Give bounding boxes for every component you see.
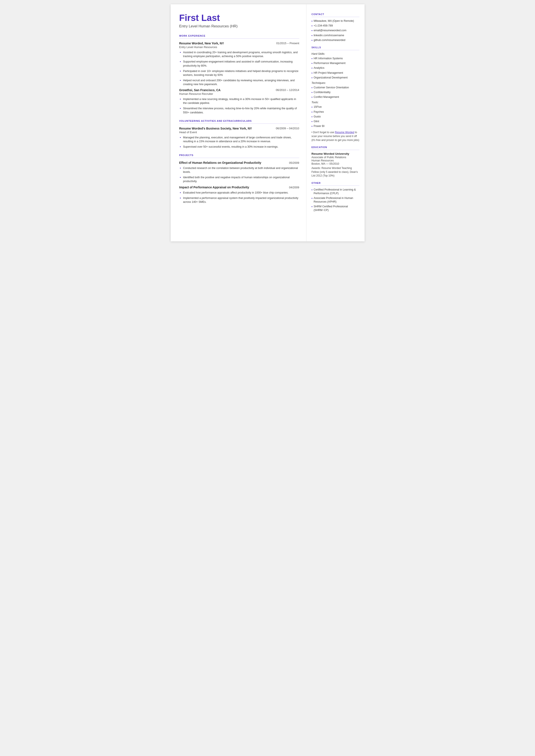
skill-tool-3: • Gusto [312,115,359,119]
job-1-bullet-2: Supported employee engagement initiative… [183,59,299,68]
volunteer-1-org: Resume Worded's Business Society, New Yo… [179,127,252,130]
project-2-bullet-2: Implemented a performance appraisal syst… [183,196,299,204]
skill-dot-h4: • [312,71,313,75]
contact-dot-3: • [312,29,313,33]
skill-tool-1: • 15Five [312,105,359,109]
work-experience-label: WORK EXPERIENCE [179,35,299,37]
other-item-2: • Associate Professional in Human Resour… [312,196,359,204]
contact-divider [312,17,359,17]
skill-hard-4: • HR Project Management [312,71,359,75]
project-2-date: 04/2009 [289,186,299,189]
job-1-bullet-1: Assisted in coordinating 20+ training an… [183,50,299,58]
other-label: OTHER [312,182,359,184]
projects-label: PROJECTS [179,154,299,156]
contact-dot-2: • [312,24,313,28]
skill-dot-t2: • [312,91,313,95]
job-2-date: 06/2010 – 12/2014 [276,88,299,92]
skill-hard-5: • Organizational Development [312,76,359,80]
hard-skills-label: Hard Skills: [312,52,359,55]
skill-tech-2: • Confidentiality [312,91,359,95]
skill-hard-3: • Analytics [312,66,359,70]
education-label: EDUCATION [312,146,359,149]
project-2-title: Impact of Performance Appraisal on Produ… [179,185,249,189]
skill-tool-5: • Power BI [312,124,359,128]
other-item-1: • Certified Professional in Learning & P… [312,188,359,195]
job-1-date: 01/2015 – Present [276,42,299,45]
contact-items: • Milwaukee, MA (Open to Remote) • +1-23… [312,19,359,42]
volunteer-1-header: Resume Worded's Business Society, New Yo… [179,127,299,130]
other-dot-3: • [312,205,313,209]
contact-dot-4: • [312,34,313,38]
volunteering-label: VOLUNTEERING ACTIVITIES AND EXTRACURRICU… [179,120,299,122]
education-section: EDUCATION Resume Worded University Assoc… [312,146,359,178]
project-1-bullet-1: Conducted research on the correlation be… [183,166,299,174]
contact-item-1: • Milwaukee, MA (Open to Remote) [312,19,359,23]
techniques-label: Techniques: [312,81,359,84]
job-2-bullet-2: Streamlined the interview process, reduc… [183,106,299,114]
candidate-title: Entry Level Human Resources (HR) [179,24,299,28]
volunteer-1-date: 06/2009 – 04/2010 [276,127,299,130]
other-section: OTHER • Certified Professional in Learni… [312,182,359,212]
edu-field: Human Resources [312,159,359,162]
project-2-bullet-1: Evaluated how performance appraisals aff… [183,190,299,195]
job-2-org: Growthsi, San Francisco, CA [179,88,221,92]
job-2-role: Human Resource Recruiter [179,92,299,96]
volunteering-divider [179,124,299,124]
job-1-org: Resume Worded, New York, NY [179,42,224,45]
contact-label: CONTACT [312,13,359,15]
contact-item-5: • github.com/resumeworded [312,38,359,42]
project-1-header: Effect of Human Relations on Organizatio… [179,161,299,164]
skill-hard-2: • Performance Management [312,61,359,65]
project-1: Effect of Human Relations on Organizatio… [179,161,299,183]
job-2: Growthsi, San Francisco, CA 06/2010 – 12… [179,88,299,114]
skill-dot-to2: • [312,110,313,114]
candidate-name: First Last [179,13,299,23]
edu-degree: Associate of Public Relations [312,156,359,159]
contact-item-2: • +1-234-456-789 [312,24,359,28]
skills-note: • Don't forget to use Resume Worded to s… [312,130,359,142]
job-1: Resume Worded, New York, NY 01/2015 – Pr… [179,42,299,86]
skills-section: SKILLS Hard Skills: • HR Information Sys… [312,46,359,142]
volunteer-1-bullet-2: Supervised over 50+ successful events, r… [183,144,299,149]
volunteer-1: Resume Worded's Business Society, New Yo… [179,127,299,149]
left-column: First Last Entry Level Human Resources (… [171,4,306,241]
edu-awards: Awards: Resume Worded Teaching Fellow (o… [312,166,359,178]
volunteer-1-bullets: Managed the planning, execution, and man… [183,135,299,149]
job-1-bullet-4: Helped recruit and onboard 200+ candidat… [183,78,299,86]
contact-item-4: • linkedin.com/in/username [312,34,359,38]
skill-tool-2: • Paychex [312,110,359,114]
projects-divider [179,158,299,158]
project-2-bullets: Evaluated how performance appraisals aff… [183,190,299,204]
skill-dot-to4: • [312,120,313,124]
volunteer-1-role: Head of Event [179,130,299,134]
work-experience-divider [179,38,299,39]
skill-dot-h1: • [312,57,313,61]
skill-tool-4: • Glint [312,120,359,124]
job-2-bullet-1: Implemented a new sourcing strategy, res… [183,97,299,105]
edu-location-date: Boston, MA — 05/2010 [312,162,359,165]
skill-tech-3: • Conflict Management [312,95,359,99]
skill-dot-t1: • [312,86,313,90]
contact-dot-5: • [312,38,313,42]
volunteer-1-bullet-1: Managed the planning, execution, and man… [183,135,299,143]
skills-label: SKILLS [312,46,359,49]
other-divider [312,185,359,186]
project-2-header: Impact of Performance Appraisal on Produ… [179,185,299,189]
skill-dot-to1: • [312,105,313,109]
job-1-role: Entry Level Human Resources [179,45,299,49]
contact-item-3: • email@resumeworded.com [312,29,359,33]
resume-worded-link[interactable]: Resume Worded [335,131,354,134]
edu-org: Resume Worded University [312,152,359,155]
resume-page: First Last Entry Level Human Resources (… [171,4,365,241]
job-2-bullets: Implemented a new sourcing strategy, res… [183,97,299,114]
project-2: Impact of Performance Appraisal on Produ… [179,185,299,204]
skill-dot-h5: • [312,76,313,80]
contact-dot-1: • [312,19,313,23]
skill-hard-1: • HR Information Systems [312,57,359,61]
job-2-header: Growthsi, San Francisco, CA 06/2010 – 12… [179,88,299,92]
skill-dot-h3: • [312,66,313,70]
project-1-title: Effect of Human Relations on Organizatio… [179,161,261,164]
job-1-header: Resume Worded, New York, NY 01/2015 – Pr… [179,42,299,45]
skill-dot-to3: • [312,115,313,119]
skill-dot-h2: • [312,61,313,65]
